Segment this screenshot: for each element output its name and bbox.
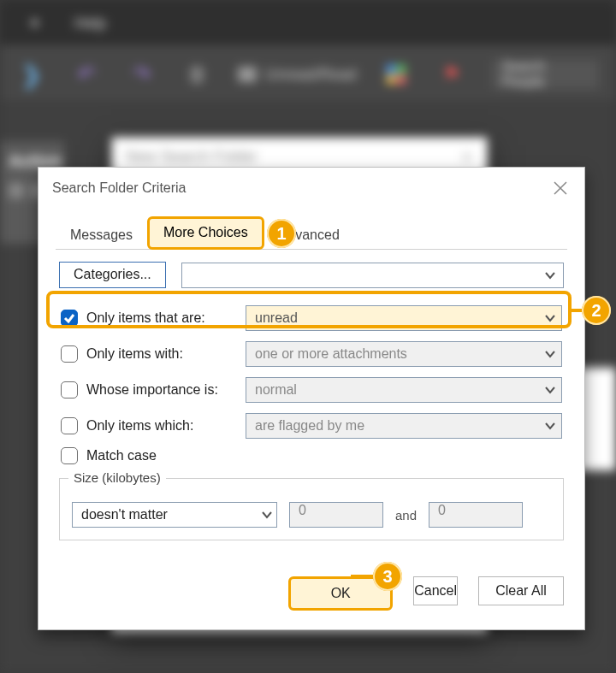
chevron-down-icon [541,309,560,328]
combo-value: are flagged by me [255,418,541,434]
row-importance: Whose importance is: normal [59,372,564,408]
redo-icon: ↷ [127,57,158,92]
checkbox-importance[interactable] [61,381,78,398]
close-icon [553,180,568,196]
dialog-titlebar: Search Folder Criteria [38,168,584,210]
checkbox-only-items-that-are[interactable] [61,310,78,327]
combo-value: doesn't matter [81,507,258,522]
combo-only-items-with[interactable]: one or more attachments [246,341,562,367]
delete-icon: 🗑 [182,57,214,92]
chevron-down-icon [541,266,560,285]
dialog-title: Search Folder Criteria [52,180,548,196]
row-only-items-which: Only items which: are flagged by me [59,408,564,444]
row-only-items-with: Only items with: one or more attachments [59,336,564,372]
combo-value: normal [255,382,541,398]
row-match-case: Match case [59,444,564,473]
check-icon [63,312,75,324]
categories-row: Categories... [59,262,564,288]
categories-combo[interactable] [181,263,564,288]
chevron-down-icon [541,345,560,363]
form-area: Categories... Only items that are: unrea… [56,250,567,542]
label-only-items-that-are: Only items that are: [86,310,205,326]
combo-importance[interactable]: normal [246,377,562,403]
checkbox-only-items-with[interactable] [61,345,78,363]
label-only-items-which: Only items which: [86,418,193,434]
checkbox-only-items-which[interactable] [61,417,78,434]
dialog-body: Messages More Choices Advanced Categorie… [38,215,584,558]
bg-menu-help: Help [69,11,111,36]
size-fieldset: Size (kilobytes) doesn't matter 0 and 0 [59,478,564,540]
bg-menu-item: ▾ [26,10,44,36]
label-importance: Whose importance is: [86,382,218,398]
size-mode-combo[interactable]: doesn't matter [72,502,277,528]
combo-value: one or more attachments [255,346,541,362]
annotation-bubble-1: 1 [267,219,296,248]
bg-archive-label: Unread/Read [265,66,357,84]
bg-parent-dialog-title: New Search Folder [126,148,258,167]
combo-only-items-which[interactable]: are flagged by me [246,413,562,439]
bg-ribbon: ❯ ↶ ↷ 🗑 Unread/Read ⚑ Search People [0,46,616,103]
size-and-label: and [395,508,417,522]
annotation-bubble-3: 3 [373,562,402,591]
bg-archive-button: Unread/Read [238,66,357,84]
chevron-down-icon [258,505,276,524]
cancel-button[interactable]: Cancel [413,576,458,605]
tab-messages[interactable]: Messages [56,221,147,250]
bg-ribbon-button: ❯ [15,57,47,92]
combo-value: unread [255,310,541,326]
size-to-input[interactable]: 0 [429,502,523,528]
dialog-button-row: OK Cancel Clear All [38,558,584,629]
chevron-down-icon [541,416,560,435]
bg-menubar: ▾ Help [0,0,616,46]
undo-icon: ↶ [71,57,103,92]
annotation-connector-3 [351,575,375,578]
categories-icon [381,57,412,92]
clear-all-button[interactable]: Clear All [478,576,564,605]
size-from-input[interactable]: 0 [289,502,383,528]
label-match-case: Match case [86,448,157,463]
archive-icon [238,67,257,82]
size-legend: Size (kilobytes) [68,470,166,485]
close-icon: ✕ [460,148,473,167]
close-button[interactable] [548,176,572,200]
bg-search-people: Search People [492,60,599,89]
dialog-tabs: Messages More Choices Advanced [56,215,567,250]
categories-button[interactable]: Categories... [59,262,166,288]
checkbox-match-case[interactable] [61,447,78,464]
tab-more-choices[interactable]: More Choices [147,216,264,250]
search-folder-criteria-dialog: Search Folder Criteria Messages More Cho… [38,167,585,630]
flag-icon: ⚑ [436,57,468,92]
combo-only-items-that-are[interactable]: unread [246,305,562,331]
row-only-items-that-are: Only items that are: unread [59,300,564,336]
label-only-items-with: Only items with: [86,346,183,362]
annotation-bubble-2: 2 [582,296,611,325]
chevron-down-icon [541,381,560,399]
